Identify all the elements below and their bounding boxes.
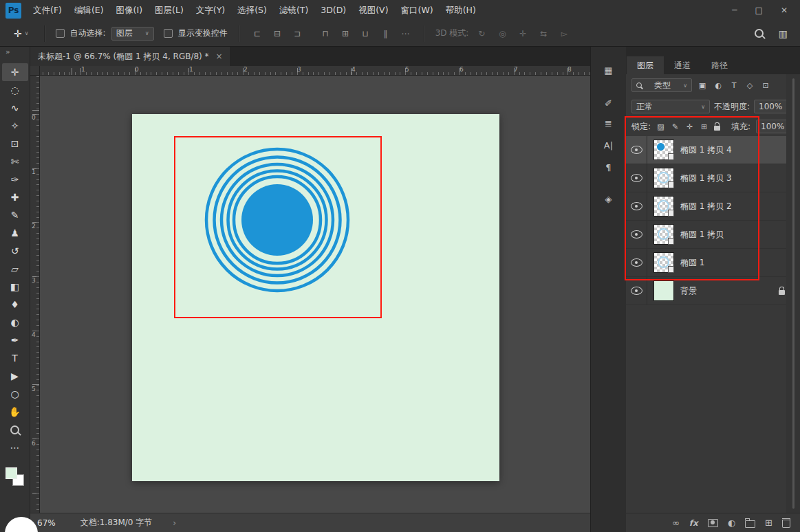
3d-slide-icon[interactable]: ⇆ (536, 29, 551, 38)
canvas-viewport[interactable] (40, 76, 590, 513)
hand-tool[interactable]: ✋ (2, 403, 28, 421)
tab-paths[interactable]: 路径 (701, 56, 738, 74)
filter-type-dropdown[interactable]: 类型 ∨ (631, 78, 692, 92)
zoom-tool[interactable] (2, 421, 28, 439)
maximize-button[interactable]: □ (755, 5, 763, 15)
align-top-icon[interactable]: ⊓ (318, 29, 333, 38)
crop-tool[interactable]: ⊡ (2, 135, 28, 153)
visibility-toggle[interactable] (626, 136, 647, 164)
slice-tool[interactable]: ✄ (2, 153, 28, 170)
move-tool[interactable]: ✛ (2, 63, 28, 81)
visibility-toggle[interactable] (626, 277, 647, 304)
align-left-icon[interactable]: ⊏ (250, 29, 265, 38)
menu-select[interactable]: 选择(S) (231, 0, 273, 21)
blur-tool[interactable]: ♦ (2, 296, 28, 313)
pen-tool[interactable]: ✒ (2, 331, 28, 349)
lasso-tool[interactable]: ∿ (2, 99, 28, 117)
workspace-switcher-icon[interactable]: ▥ (779, 28, 788, 39)
layer-thumbnail[interactable] (653, 252, 674, 273)
menu-image[interactable]: 图像(I) (110, 0, 149, 21)
visibility-toggle[interactable] (626, 221, 647, 248)
current-tool-button[interactable]: ✛ ∨ (10, 26, 33, 41)
align-bottom-icon[interactable]: ⊔ (358, 29, 373, 38)
new-layer-icon[interactable]: ⊞ (765, 518, 772, 528)
panel-scrollbar[interactable] (792, 78, 794, 509)
eyedropper-tool[interactable]: ✑ (2, 170, 28, 188)
status-chevron-icon[interactable]: › (173, 518, 176, 528)
brush-tool[interactable]: ✎ (2, 206, 28, 224)
lock-artboard-icon[interactable]: ⊞ (700, 122, 709, 131)
menu-window[interactable]: 窗口(W) (395, 0, 440, 21)
menu-3d[interactable]: 3D(D) (314, 0, 352, 21)
lock-transparent-pixels-icon[interactable]: ▨ (656, 122, 665, 131)
filter-pixel-layers-icon[interactable]: ▣ (697, 81, 708, 90)
menu-layer[interactable]: 图层(L) (149, 0, 190, 21)
swatches-panel-icon[interactable]: ▦ (591, 63, 626, 77)
menu-file[interactable]: 文件(F) (27, 0, 68, 21)
tab-layers[interactable]: 图层 (627, 56, 664, 74)
layer-thumbnail[interactable] (653, 168, 674, 188)
foreground-color-swatch[interactable] (6, 467, 17, 479)
minimize-button[interactable]: ─ (732, 5, 737, 15)
menu-view[interactable]: 视图(V) (352, 0, 394, 21)
tab-channels[interactable]: 通道 (664, 56, 701, 74)
filter-adjustment-layers-icon[interactable]: ◐ (713, 81, 724, 90)
close-tab-icon[interactable]: × (216, 52, 223, 61)
path-selection-tool[interactable]: ▶ (2, 367, 28, 385)
more-align-options-icon[interactable]: ⋯ (398, 29, 413, 38)
brush-settings-panel-icon[interactable]: ✐ (591, 96, 626, 110)
document-canvas[interactable] (132, 114, 499, 481)
clone-stamp-tool[interactable]: ♟ (2, 224, 28, 242)
ruler-origin[interactable] (30, 66, 40, 76)
delete-layer-icon[interactable] (782, 518, 790, 528)
history-brush-tool[interactable]: ↺ (2, 242, 28, 260)
layer-row-background[interactable]: 背景 (626, 277, 800, 305)
layer-thumbnail[interactable] (653, 140, 674, 160)
menu-help[interactable]: 帮助(H) (440, 0, 482, 21)
layer-row[interactable]: 椭圆 1 (626, 249, 800, 277)
clone-source-panel-icon[interactable]: ≣ (591, 116, 626, 130)
visibility-toggle[interactable] (626, 164, 647, 192)
menu-filter[interactable]: 滤镜(T) (273, 0, 314, 21)
eraser-tool[interactable]: ▱ (2, 260, 28, 278)
search-icon[interactable] (755, 29, 764, 38)
dodge-tool[interactable]: ◐ (2, 313, 28, 331)
distribute-icon[interactable]: ∥ (378, 29, 393, 38)
3d-orbit-icon[interactable]: ↻ (474, 29, 489, 38)
document-tab[interactable]: 未标题-1 @ 66.7% (椭圆 1 拷贝 4, RGB/8) * × (30, 47, 231, 66)
3d-roll-icon[interactable]: ◎ (495, 29, 510, 38)
filter-type-layers-icon[interactable]: T (728, 81, 739, 90)
auto-select-checkbox[interactable] (56, 29, 65, 38)
type-tool[interactable]: T (2, 349, 28, 367)
layer-row[interactable]: 椭圆 1 拷贝 4 (626, 136, 800, 164)
photoshop-logo[interactable]: Ps (6, 3, 21, 19)
blend-mode-dropdown[interactable]: 正常 ∨ (631, 100, 710, 113)
character-panel-icon[interactable]: A| (591, 138, 626, 152)
3d-pan-icon[interactable]: ✛ (515, 29, 530, 38)
layer-style-icon[interactable]: fx (689, 518, 698, 528)
paragraph-panel-icon[interactable]: ¶ (591, 160, 626, 174)
3d-camera-icon[interactable]: ▻ (556, 29, 572, 38)
layer-row[interactable]: 椭圆 1 拷贝 3 (626, 164, 800, 192)
spot-healing-brush-tool[interactable]: ✚ (2, 188, 28, 206)
new-adjustment-layer-icon[interactable]: ◐ (728, 518, 735, 528)
add-layer-mask-icon[interactable] (708, 519, 718, 527)
lock-all-icon[interactable] (714, 126, 720, 131)
menu-edit[interactable]: 编辑(E) (68, 0, 110, 21)
collapse-toolbar-button[interactable]: » (0, 47, 30, 58)
show-transform-checkbox[interactable] (164, 29, 173, 38)
zoom-level[interactable]: 67% (37, 518, 56, 528)
link-layers-icon[interactable]: ∞ (672, 518, 680, 528)
quick-selection-tool[interactable]: ✧ (2, 117, 28, 135)
align-center-vertical-icon[interactable]: ⊞ (338, 29, 353, 38)
layer-row[interactable]: 椭圆 1 拷贝 (626, 221, 800, 249)
auto-select-target-dropdown[interactable]: 图层 ∨ (111, 27, 154, 41)
new-group-icon[interactable] (745, 520, 755, 528)
lock-position-icon[interactable]: ✛ (685, 122, 694, 131)
align-center-horizontal-icon[interactable]: ⊟ (270, 29, 285, 38)
lock-image-pixels-icon[interactable]: ✎ (671, 122, 680, 131)
visibility-toggle[interactable] (626, 192, 647, 220)
visibility-toggle[interactable] (626, 249, 647, 276)
filter-smart-objects-icon[interactable]: ⊡ (760, 81, 771, 90)
filter-shape-layers-icon[interactable]: ◇ (744, 81, 755, 90)
